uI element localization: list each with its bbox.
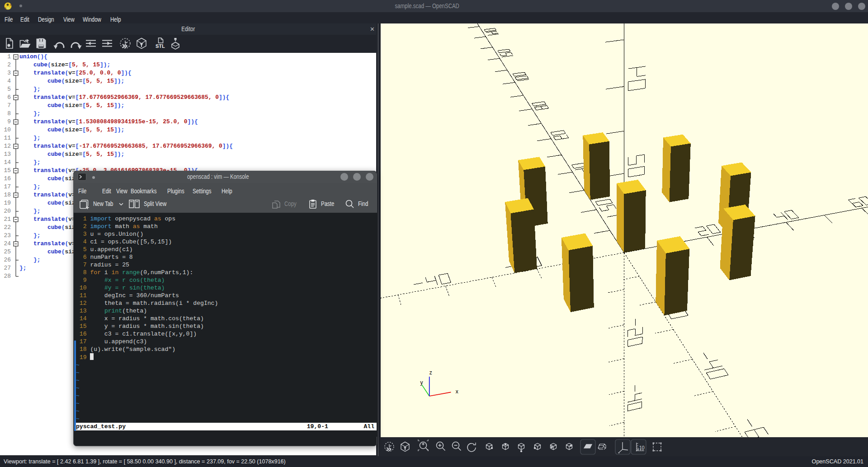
svg-text:z: z bbox=[429, 369, 432, 376]
svg-text:y: y bbox=[420, 379, 423, 386]
svg-text:x: x bbox=[456, 388, 458, 395]
svg-text:10: 10 bbox=[639, 445, 645, 450]
svg-text:STL: STL bbox=[156, 43, 165, 49]
